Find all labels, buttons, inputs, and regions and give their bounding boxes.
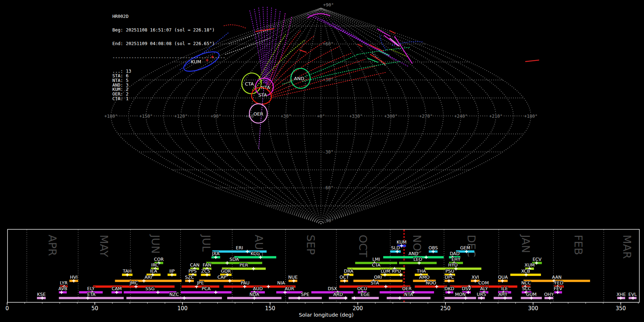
legend-separator: ----------------------------------------… [112, 55, 225, 60]
activity-bar-NTA [387, 297, 431, 299]
shower-label-ETA: ETA [87, 292, 96, 297]
shower-label-LUM: LUM [381, 268, 390, 274]
shower-label-GEM: GEM [460, 245, 470, 250]
shower-label-MON: MON [455, 292, 466, 297]
shower-label-URS: URS [477, 292, 486, 297]
shower-count-line: CTA: 1 [112, 97, 225, 101]
activity-bar-SDA [206, 262, 262, 264]
shower-label-AAN: AAN [552, 274, 562, 280]
shower-label-IEA: IEA [150, 268, 157, 274]
shower-label-OHY: OHY [544, 292, 554, 297]
activity-bar-KCG [234, 256, 277, 258]
month-label-oct: OCT [357, 235, 369, 258]
shower-label-LYR: LYR [60, 280, 68, 286]
shower-label-TAH: TAH [122, 268, 132, 274]
shower-label-ARD: ARD [333, 292, 343, 297]
x-axis: 050100150200250300350Solar longitude (de… [5, 302, 638, 318]
shower-label-EHY: EHY [452, 257, 460, 262]
shower-label-IIP: IIP [169, 268, 175, 274]
shower-label-ILE: ILE [501, 286, 508, 291]
shower-label-ALY: ALY [480, 286, 488, 291]
shower-label-FEV: FEV [554, 286, 562, 291]
shower-label-AND: AND [409, 251, 419, 256]
shower-label-JMC: JMC [129, 280, 138, 286]
shower-label-NTA: NTA [404, 292, 413, 297]
radiant-label-STA: STA [258, 92, 267, 98]
activity-bar-DSX [311, 291, 353, 293]
svg-text:+0°: +0° [317, 113, 325, 119]
radiant-label-CTA: CTA [245, 81, 254, 87]
meteor-activity-screen: +180°+150°+120°+90°+60°+30°+0°+330°+300°… [0, 0, 644, 322]
x-tick-label: 300 [528, 305, 538, 312]
svg-text:+330°: +330° [349, 113, 363, 119]
shower-label-XCB: XCB [521, 268, 530, 274]
month-label-jan: JAN [519, 234, 532, 253]
shower-label-DSX: DSX [328, 286, 337, 291]
activity-bar-SLD [390, 250, 401, 253]
svg-text:+210°: +210° [489, 113, 503, 119]
svg-text:-30°: -30° [323, 149, 333, 155]
shower-count-line: OER: 2 [112, 92, 225, 97]
shower-label-COM: COM [478, 280, 489, 286]
shower-label-DAD: DAD [450, 251, 460, 256]
svg-text:+240°: +240° [454, 113, 468, 119]
shower-label-AHY: AHY [498, 292, 508, 297]
shower-label-AUD: AUD [253, 286, 263, 291]
shower-label-CTA: CTA [372, 262, 380, 268]
shower-label-SSG: SSG [146, 286, 155, 291]
shower-label-KUM: KUM [397, 239, 407, 245]
shower-label-CAN: CAN [190, 262, 200, 268]
shower-label-NOO: NOO [426, 280, 436, 286]
shower-label-KSE: KSE [37, 292, 46, 297]
shower-label-GDR: GDR [221, 268, 231, 274]
shower-label-HYD: HYD [448, 262, 458, 268]
shower-count-line: KUM: 2 [112, 87, 225, 92]
radiant-label-AND: AND [294, 76, 304, 81]
shower-label-NIA: NIA [277, 280, 285, 286]
x-tick-label: 250 [440, 305, 451, 312]
shower-counts: ...: 13STA: 6NTA: 5AND: 3KUM: 2OER: 2CTA… [112, 69, 225, 101]
activity-bar-NOO [415, 286, 447, 288]
shower-label-EGE: EGE [361, 292, 370, 297]
shower-label-STA: STA [371, 280, 379, 286]
shower-label-ERI: ERI [236, 245, 243, 250]
x-axis-title: Solar longitude (deg) [299, 312, 353, 318]
shower-label-COR: COR [154, 257, 164, 262]
svg-text:+270°: +270° [419, 113, 433, 119]
shower-label-PAU: PAU [241, 280, 249, 286]
svg-text:+300°: +300° [384, 113, 398, 119]
activity-bar-PCA [181, 291, 231, 293]
activity-bar-ARI [115, 280, 181, 282]
shower-label-ARI: ARI [145, 274, 152, 280]
month-label-mar: MAR [621, 235, 633, 259]
shower-label-XUM: XUM [525, 262, 535, 268]
svg-text:+180°: +180° [104, 113, 118, 119]
shower-label-SDA: SDA [230, 257, 239, 262]
activity-timeline: APRMAYJUNJULAUGSEPOCTNOVDECJANFEBMARKUME… [0, 229, 644, 322]
shower-label-AVB: AVB [58, 286, 67, 291]
shower-label-OCT: OCT [340, 274, 349, 280]
shower-label-SZC: SZC [185, 274, 194, 280]
shower-label-IRC: IRC [151, 262, 159, 268]
radiant-sky-map: +180°+150°+120°+90°+60°+30°+0°+330°+300°… [0, 0, 644, 229]
activity-bar-SSG [124, 291, 176, 293]
x-tick-label: 0 [5, 305, 9, 312]
activity-bar-SPE [288, 297, 322, 299]
shower-label-DKD: DKD [444, 286, 454, 291]
activity-bar-ETA [59, 297, 124, 299]
shower-label-NDA: NDA [249, 292, 259, 297]
shower-label-ECV: ECV [532, 257, 542, 262]
svg-text:+30°: +30° [323, 77, 333, 82]
month-label-apr: APR [46, 235, 59, 256]
shower-label-THA: THA [416, 268, 426, 274]
x-tick-label: 350 [616, 305, 626, 312]
activity-bar-AUR [276, 291, 303, 293]
shower-label-PPS: PPS [189, 268, 197, 274]
shower-label-CAM: CAM [112, 286, 122, 291]
shower-label-PER: PER [239, 262, 248, 268]
shower-label-SCC: SCC [522, 286, 531, 291]
x-tick-label: 150 [265, 305, 275, 312]
month-label-jul: JUL [200, 234, 213, 252]
activity-bar-NZC [126, 297, 222, 299]
shower-label-AUR: AUR [285, 286, 294, 291]
